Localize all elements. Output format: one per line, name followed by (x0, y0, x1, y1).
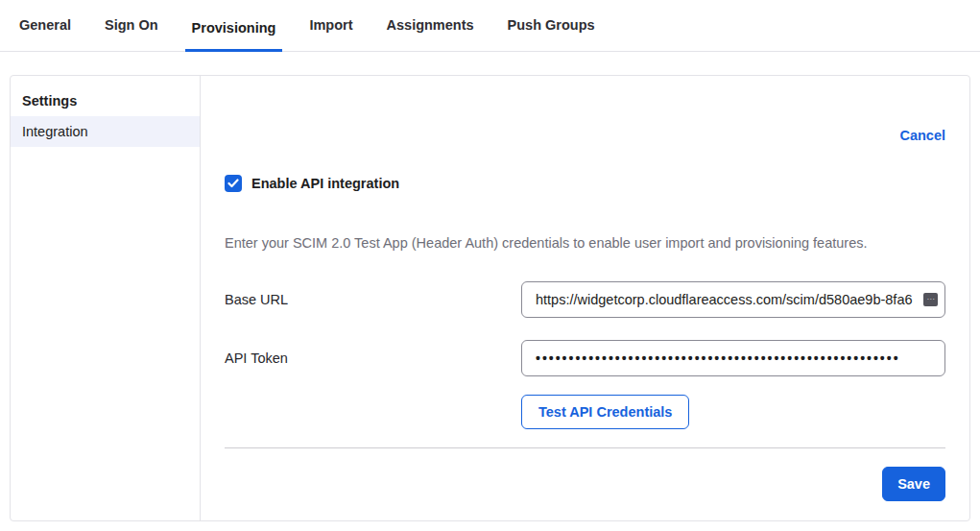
api-token-row: API Token (225, 340, 945, 376)
settings-sidebar: Settings Integration (11, 76, 201, 520)
check-icon (227, 179, 239, 188)
api-token-label: API Token (225, 350, 521, 366)
tab-general[interactable]: General (12, 17, 78, 52)
credentials-description: Enter your SCIM 2.0 Test App (Header Aut… (225, 233, 945, 253)
save-row: Save (225, 467, 945, 501)
tab-assignments[interactable]: Assignments (380, 17, 481, 52)
test-api-credentials-button[interactable]: Test API Credentials (521, 395, 689, 429)
integration-settings-form: Cancel Enable API integration Enter your… (201, 76, 969, 520)
api-token-input[interactable] (521, 340, 945, 376)
provisioning-panel: Settings Integration Cancel Enable API i… (10, 75, 970, 521)
tab-push-groups[interactable]: Push Groups (501, 17, 602, 52)
enable-api-label: Enable API integration (251, 176, 399, 191)
tab-sign-on[interactable]: Sign On (98, 17, 165, 52)
app-tab-bar: General Sign On Provisioning Import Assi… (0, 0, 980, 52)
base-url-row: Base URL ⋯ (225, 281, 945, 318)
sidebar-heading: Settings (11, 85, 200, 116)
text-cursor-block-icon: ⋯ (923, 293, 938, 306)
enable-api-row: Enable API integration (225, 174, 945, 193)
save-button[interactable]: Save (882, 467, 945, 501)
sidebar-item-integration[interactable]: Integration (11, 116, 200, 147)
form-divider (225, 447, 945, 448)
tab-import[interactable]: Import (302, 17, 359, 52)
cancel-button[interactable]: Cancel (899, 128, 945, 143)
enable-api-checkbox[interactable] (225, 175, 242, 192)
api-token-input-wrap (521, 340, 945, 376)
base-url-input-wrap: ⋯ (521, 281, 945, 318)
base-url-label: Base URL (225, 292, 521, 307)
tab-provisioning[interactable]: Provisioning (185, 20, 283, 52)
test-credentials-row: Test API Credentials (225, 395, 945, 429)
cancel-row: Cancel (225, 127, 945, 146)
base-url-input[interactable] (521, 281, 945, 318)
